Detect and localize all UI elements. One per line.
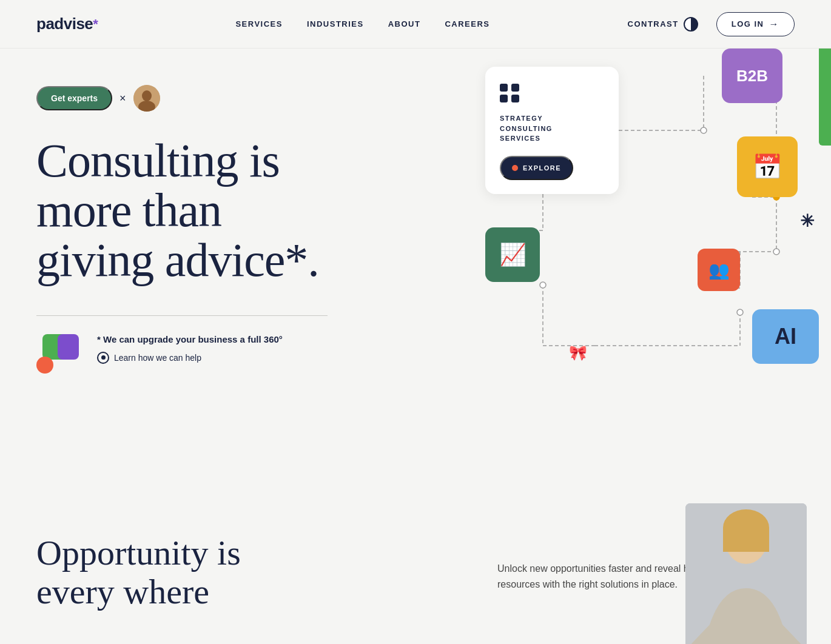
brand-logo-small bbox=[36, 334, 79, 374]
svg-rect-27 bbox=[723, 528, 769, 552]
nav-links: SERVICES INDUSTRIES ABOUT CAREERS bbox=[235, 19, 490, 29]
hero-divider bbox=[36, 315, 328, 316]
svg-point-23 bbox=[737, 309, 743, 315]
learn-link[interactable]: Learn how we can help bbox=[97, 352, 283, 364]
heading-line2: more than bbox=[36, 184, 221, 236]
grid-dot bbox=[500, 95, 508, 102]
strategy-card-title: STRATEGY CONSULTING SERVICES bbox=[500, 113, 604, 144]
chart-card: 📈 bbox=[485, 227, 540, 282]
logo-asterisk: * bbox=[93, 16, 98, 32]
contrast-button[interactable]: CONTRAST bbox=[628, 17, 698, 32]
svg-point-21 bbox=[773, 249, 779, 255]
contrast-label: CONTRAST bbox=[628, 19, 679, 29]
nav-services[interactable]: SERVICES bbox=[235, 19, 283, 29]
grid-dot bbox=[511, 95, 519, 102]
navbar: padvise* SERVICES INDUSTRIES ABOUT CAREE… bbox=[0, 0, 831, 49]
explore-button[interactable]: EXPLORE bbox=[500, 156, 573, 180]
heading-line1: Consulting is bbox=[36, 134, 280, 187]
chart-icon: 📈 bbox=[499, 242, 527, 267]
ai-label: AI bbox=[775, 324, 796, 349]
hero-section: Get experts × Consulting is more than gi… bbox=[0, 49, 831, 503]
logo-orange-circle bbox=[36, 357, 53, 374]
grid-dot bbox=[500, 84, 508, 92]
hero-right: STRATEGY CONSULTING SERVICES EXPLORE B2B… bbox=[473, 49, 831, 503]
bottom-left: Opportunity is every where bbox=[0, 503, 473, 644]
ai-card: AI bbox=[752, 309, 819, 364]
explore-dot-icon bbox=[512, 165, 518, 171]
b2b-card: B2B bbox=[722, 49, 782, 103]
team-icon: 👥 bbox=[708, 260, 730, 280]
nav-about[interactable]: ABOUT bbox=[388, 19, 421, 29]
login-arrow-icon: → bbox=[769, 19, 780, 30]
grid-dot bbox=[511, 84, 519, 92]
contrast-icon bbox=[684, 17, 698, 32]
get-experts-button[interactable]: Get experts bbox=[36, 86, 112, 110]
nav-industries[interactable]: INDUSTRIES bbox=[307, 19, 364, 29]
hero-left: Get experts × Consulting is more than gi… bbox=[0, 49, 473, 503]
person-photo bbox=[685, 503, 807, 644]
hero-illustration: STRATEGY CONSULTING SERVICES EXPLORE B2B… bbox=[473, 49, 831, 503]
logo[interactable]: padvise* bbox=[36, 15, 98, 33]
bottom-heading-line2: every where bbox=[36, 572, 209, 611]
svg-point-18 bbox=[701, 127, 707, 133]
svg-point-22 bbox=[540, 282, 546, 288]
calendar-icon: 📅 bbox=[752, 153, 782, 181]
login-button[interactable]: LOG IN → bbox=[716, 12, 795, 36]
experts-pill: Get experts × bbox=[36, 85, 437, 112]
bottom-heading: Opportunity is every where bbox=[36, 534, 437, 611]
eye-icon bbox=[97, 352, 109, 364]
pill-x-icon: × bbox=[119, 92, 126, 105]
hero-heading: Consulting is more than giving advice*. bbox=[36, 136, 437, 285]
asterisk-decoration: ✳ bbox=[800, 211, 814, 231]
calendar-card: 📅 bbox=[737, 136, 798, 197]
bottom-section: Opportunity is every where Unlock new op… bbox=[0, 503, 831, 644]
hero-bottom: * We can upgrade your business a full 36… bbox=[36, 334, 437, 374]
nav-careers[interactable]: CAREERS bbox=[445, 19, 490, 29]
bottom-right: Unlock new opportunities faster and reve… bbox=[473, 503, 831, 644]
grid-icon bbox=[500, 84, 519, 102]
hero-sub-text: * We can upgrade your business a full 36… bbox=[97, 334, 283, 344]
bowtie-icon: 🎀 bbox=[569, 344, 587, 361]
bottom-heading-line1: Opportunity is bbox=[36, 533, 241, 572]
learn-link-text: Learn how we can help bbox=[114, 353, 201, 363]
explore-label: EXPLORE bbox=[523, 164, 561, 172]
svg-point-1 bbox=[142, 90, 152, 101]
hero-text-block: * We can upgrade your business a full 36… bbox=[97, 334, 283, 364]
green-accent-bar bbox=[819, 49, 831, 146]
avatar bbox=[133, 85, 160, 112]
team-card: 👥 bbox=[698, 249, 740, 291]
logo-text: padvise bbox=[36, 15, 93, 33]
heading-line3: giving advice*. bbox=[36, 233, 319, 286]
eye-dot bbox=[101, 355, 106, 360]
logo-purple-block bbox=[58, 334, 79, 360]
strategy-card: STRATEGY CONSULTING SERVICES EXPLORE bbox=[485, 67, 619, 194]
person-silhouette bbox=[685, 503, 807, 644]
b2b-label: B2B bbox=[736, 67, 768, 86]
nav-right: CONTRAST LOG IN → bbox=[628, 12, 795, 36]
login-label: LOG IN bbox=[732, 19, 764, 29]
